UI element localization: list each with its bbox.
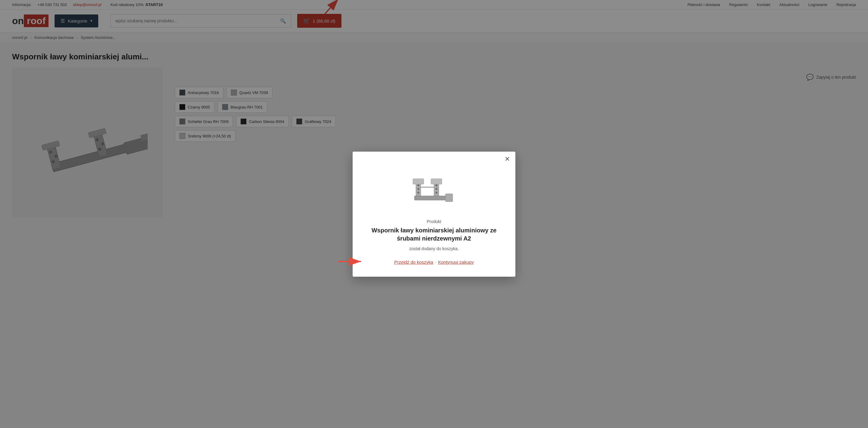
svg-rect-19	[414, 196, 451, 200]
svg-rect-20	[445, 194, 453, 202]
modal-close-button[interactable]: ✕	[504, 156, 510, 162]
svg-point-25	[435, 188, 437, 190]
modal-product-name: Wspornik ławy kominiarskiej aluminiowy z…	[365, 226, 503, 227]
svg-rect-18	[431, 179, 442, 184]
svg-point-26	[435, 192, 437, 193]
modal-product-image	[365, 164, 503, 212]
svg-point-22	[417, 188, 419, 190]
svg-point-21	[417, 184, 419, 186]
svg-point-24	[435, 184, 437, 186]
svg-point-23	[417, 192, 419, 193]
modal-label: Produkt	[365, 219, 503, 224]
modal-overlay[interactable]: ✕	[0, 0, 868, 227]
modal-dialog: ✕	[352, 152, 516, 227]
modal-product-svg	[404, 164, 464, 212]
svg-rect-17	[413, 179, 424, 184]
